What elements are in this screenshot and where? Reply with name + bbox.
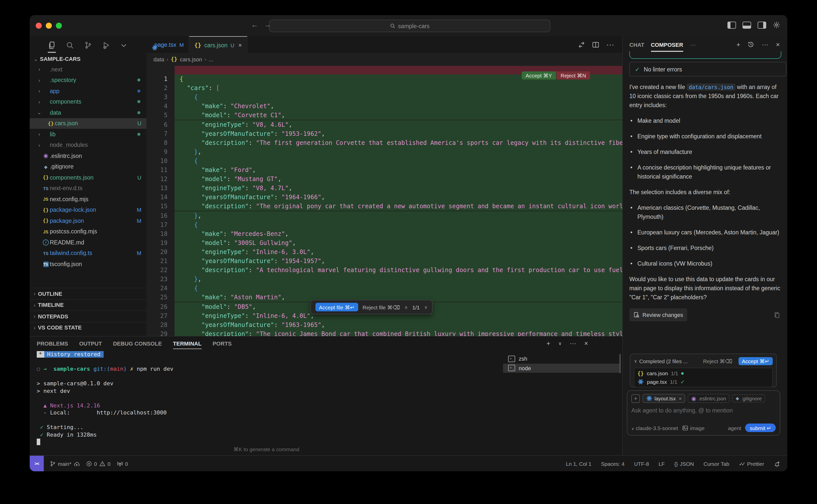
- tree-folder--next[interactable]: ›.next: [30, 64, 146, 75]
- reject-file-button[interactable]: Reject file ⌘⌫: [362, 304, 400, 310]
- prev-change-icon[interactable]: ∧: [404, 305, 408, 310]
- panel-tab-debug-console[interactable]: DEBUG CONSOLE: [113, 340, 162, 346]
- chevron-down-icon[interactable]: [120, 42, 127, 49]
- tree-file-tsconfig-json[interactable]: TStsconfig.json: [30, 259, 146, 269]
- context-chip--eslintrc-json[interactable]: ◉.eslintrc.json: [688, 394, 729, 403]
- panel-tab-problems[interactable]: PROBLEMS: [37, 340, 68, 346]
- sidebar-section-notepads[interactable]: ›NOTEPADS: [30, 310, 146, 322]
- new-terminal-icon[interactable]: +: [546, 340, 550, 347]
- breadcrumb-symbol[interactable]: ...: [209, 56, 213, 62]
- files-icon[interactable]: [48, 41, 56, 53]
- statusbar-prettier[interactable]: ✓✓Prettier: [739, 461, 764, 467]
- toggle-bottom-panel-icon[interactable]: [743, 21, 751, 28]
- next-change-icon[interactable]: ∨: [424, 305, 427, 310]
- sidebar-section-timeline[interactable]: ›TIMELINE: [30, 299, 146, 310]
- tab-composer[interactable]: COMPOSER: [651, 41, 683, 52]
- tree-file-package-lock-json[interactable]: {}package-lock.jsonM: [30, 204, 146, 215]
- close-panel-icon[interactable]: ×: [584, 340, 588, 347]
- close-tab-icon[interactable]: ×: [238, 41, 242, 49]
- toggle-left-sidebar-icon[interactable]: [727, 21, 736, 28]
- tree-folder-node-modules[interactable]: ›node_modules: [30, 140, 146, 150]
- tree-folder-app[interactable]: ›app: [30, 86, 146, 96]
- tree-file-postcss-config-mjs[interactable]: JSpostcss.config.mjs: [30, 226, 146, 237]
- ellipsis-icon[interactable]: ···: [570, 340, 576, 347]
- tree-file--gitignore[interactable]: ◆.gitignore: [30, 161, 146, 172]
- breadcrumb-folder[interactable]: data: [153, 56, 164, 62]
- panel-tab-output[interactable]: OUTPUT: [79, 340, 102, 346]
- review-changes-button[interactable]: Review changes: [629, 308, 687, 321]
- tree-folder-lib[interactable]: ›lib: [30, 129, 146, 140]
- model-selector[interactable]: ∨ claude-3.5-sonnet: [631, 425, 678, 431]
- new-chat-icon[interactable]: +: [737, 41, 740, 48]
- panel-tab-terminal[interactable]: TERMINAL: [173, 341, 202, 349]
- ellipsis-icon[interactable]: ···: [606, 40, 614, 49]
- statusbar-json[interactable]: {}JSON: [674, 461, 694, 467]
- tree-file-package-json[interactable]: {}package.jsonM: [30, 215, 146, 226]
- completed-file-row[interactable]: page.tsx1/1✓: [637, 377, 769, 386]
- ports-item[interactable]: 0: [116, 460, 128, 467]
- statusbar-cursor-tab[interactable]: Cursor Tab: [704, 461, 729, 467]
- sidebar-section-outline[interactable]: ›OUTLINE: [30, 288, 146, 299]
- statusbar-lf[interactable]: LF: [659, 461, 665, 467]
- remove-chip-icon[interactable]: ×: [679, 396, 682, 401]
- project-header[interactable]: ⌄ SAMPLE-CARS: [30, 52, 146, 64]
- tree-file-cars-json[interactable]: {}cars.jsonU: [30, 118, 146, 129]
- add-context-button[interactable]: +: [631, 394, 640, 403]
- statusbar-ln-1-col-1[interactable]: Ln 1, Col 1: [566, 461, 592, 467]
- command-center-search[interactable]: sample-cars: [269, 20, 550, 32]
- open-changes-icon[interactable]: [578, 41, 585, 48]
- notifications-bell-icon[interactable]: [774, 460, 780, 467]
- settings-gear-icon[interactable]: [773, 21, 780, 29]
- git-branch-item[interactable]: main*: [50, 460, 80, 467]
- ellipsis-icon[interactable]: ···: [690, 41, 696, 48]
- panel-tab-ports[interactable]: PORTS: [213, 340, 232, 346]
- toggle-right-sidebar-icon[interactable]: [758, 21, 766, 28]
- tree-file-readme-md[interactable]: iREADME.md: [30, 237, 146, 248]
- tree-folder-components[interactable]: ›components: [30, 96, 146, 107]
- composer-placeholder[interactable]: Ask agent to do anything, @ to mention: [631, 407, 776, 413]
- agent-label[interactable]: agent: [728, 425, 741, 431]
- terminal-output[interactable]: *History restored○ → sample-cars git:(ma…: [37, 351, 502, 446]
- tree-folder-data[interactable]: ⌄data: [30, 107, 146, 118]
- terminal-instance-node[interactable]: >_node: [503, 363, 619, 373]
- tree-folder--specstory[interactable]: ›.specstory: [30, 75, 146, 86]
- history-icon[interactable]: [748, 41, 754, 48]
- reject-all-button[interactable]: Reject ⌘⌫: [703, 358, 732, 364]
- completed-file-row[interactable]: {}cars.json1/1: [637, 369, 769, 377]
- back-arrow-icon[interactable]: ←: [251, 21, 258, 29]
- code-editor[interactable]: 1{2 "cars": [3 {4 "make": "Chevrolet",5 …: [146, 65, 622, 336]
- tab-chat[interactable]: CHAT: [629, 41, 644, 48]
- source-control-icon[interactable]: [84, 41, 92, 49]
- search-icon[interactable]: [66, 41, 74, 49]
- diff-reject-button[interactable]: Reject ⌘N: [556, 71, 590, 79]
- diff-accept-button[interactable]: Accept ⌘Y: [521, 71, 556, 79]
- tree-file-next-env-d-ts[interactable]: TSnext-env.d.ts: [30, 183, 146, 194]
- chevron-down-icon[interactable]: ∨: [558, 341, 562, 346]
- tree-file-next-config-mjs[interactable]: JSnext.config.mjs: [30, 194, 146, 204]
- run-debug-icon[interactable]: [102, 41, 110, 49]
- breadcrumb[interactable]: data › {} cars.json › ...: [146, 53, 629, 65]
- sidebar-section-vs-code-state[interactable]: ›VS CODE STATE: [30, 322, 146, 333]
- context-chip-layout-tsx[interactable]: layout.tsx×: [642, 394, 685, 403]
- statusbar-utf-8[interactable]: UTF-8: [634, 461, 649, 467]
- copy-icon[interactable]: [774, 312, 780, 318]
- close-window-button[interactable]: [36, 23, 42, 29]
- chevron-down-icon[interactable]: ∨: [634, 359, 637, 364]
- context-chip--gitignore[interactable]: ◆.gitignore: [732, 394, 765, 402]
- split-editor-icon[interactable]: [592, 41, 599, 48]
- ellipsis-icon[interactable]: ···: [762, 41, 768, 48]
- composer-input-box[interactable]: +layout.tsx×◉.eslintrc.json◆.gitignore A…: [627, 390, 780, 436]
- accept-file-button[interactable]: Accept file ⌘↵: [315, 303, 358, 311]
- minimize-window-button[interactable]: [46, 23, 52, 29]
- attach-image-button[interactable]: image: [682, 425, 705, 431]
- terminal-scrollbar[interactable]: [619, 354, 621, 373]
- zoom-window-button[interactable]: [56, 23, 62, 29]
- tab-page-tsx[interactable]: page.tsxM: [146, 36, 189, 53]
- problems-item[interactable]: 0 0: [86, 461, 110, 467]
- submit-button[interactable]: submit ↵: [745, 424, 776, 432]
- statusbar-spaces-4[interactable]: Spaces: 4: [601, 461, 624, 467]
- tab-cars-json[interactable]: {}cars.jsonU×: [189, 36, 247, 53]
- accept-all-button[interactable]: Accept ⌘↵: [738, 357, 773, 365]
- terminal-instance-zsh[interactable]: >_zsh: [503, 354, 619, 363]
- remote-indicator[interactable]: ><: [30, 456, 44, 471]
